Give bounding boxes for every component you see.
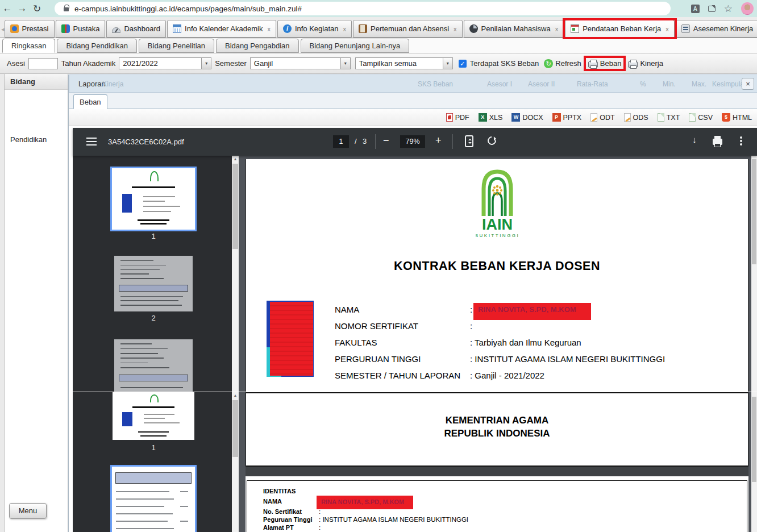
pdf-scrollbar-1[interactable] xyxy=(751,156,757,392)
scroll-up-icon[interactable]: ▲ xyxy=(232,156,239,163)
sidebar-item-pendidikan[interactable]: Pendidikan xyxy=(10,135,47,144)
ghost-column-sks-beban: SKS Beban xyxy=(418,80,453,88)
thumbnail-page-1[interactable] xyxy=(113,392,194,440)
page-number-input[interactable]: 1 xyxy=(333,135,349,148)
export-pptx-button[interactable]: PPTX xyxy=(552,113,582,122)
tab-bidang-pengabdian[interactable]: Bidang Pengabdian xyxy=(216,39,299,53)
mini-text-line xyxy=(116,506,164,507)
tab-pertemuan-dan-absensi[interactable]: Pertemuan dan Absensi x xyxy=(353,20,463,38)
tab-label: Bidang Pendidikan xyxy=(66,41,127,50)
terdapat-sks-checkbox[interactable]: ✓ xyxy=(459,60,467,68)
rotate-icon[interactable] xyxy=(486,135,498,147)
scrollbar-thumb[interactable] xyxy=(752,159,756,264)
tab-label: Bidang Pengabdian xyxy=(225,41,290,50)
tab-pendataan-beban-kerja[interactable]: Pendataan Beban Kerja x xyxy=(565,20,675,38)
ministry-line-2: REPUBLIK INDONESIA xyxy=(246,428,748,439)
tab-close-icon[interactable]: x xyxy=(343,26,347,32)
fit-to-page-icon[interactable] xyxy=(465,135,473,147)
scrollbar-thumb[interactable] xyxy=(232,164,238,249)
export-label: TXT xyxy=(667,114,680,122)
export-xls-button[interactable]: XLS xyxy=(479,113,503,122)
thumbnail-scrollbar-1[interactable]: ▲ xyxy=(232,156,239,392)
scales-icon xyxy=(681,24,690,33)
back-icon[interactable]: ← xyxy=(0,3,15,14)
thumbnail-scrollbar-2[interactable]: ▲ xyxy=(232,392,239,532)
refresh-button[interactable]: ↻ Refresh xyxy=(542,58,583,69)
download-icon[interactable]: ↓ xyxy=(690,135,699,145)
tab-pustaka[interactable]: Pustaka xyxy=(56,20,106,38)
scroll-up-icon[interactable]: ▲ xyxy=(232,392,239,399)
mini-text-line xyxy=(120,260,153,261)
beban-print-button[interactable]: Beban xyxy=(587,58,623,69)
export-pdf-button[interactable]: PDF xyxy=(446,113,469,122)
ghost-column-kinerja: Kinerja xyxy=(102,80,123,88)
print-icon[interactable] xyxy=(713,139,722,145)
pdf-page-view-1: IAIN BUKITTINGGI KONTRAK BEBAN KERJA DOS… xyxy=(239,156,751,392)
tab-close-icon[interactable]: x xyxy=(666,26,669,32)
zoom-out-button[interactable]: − xyxy=(383,135,389,147)
tab-close-icon[interactable]: x xyxy=(454,26,457,32)
export-docx-button[interactable]: DOCX xyxy=(511,113,543,122)
tab-close-icon[interactable]: x xyxy=(267,26,271,32)
thumbnail-label: 1 xyxy=(110,232,197,240)
thumbnail-page-3-partial[interactable] xyxy=(114,339,193,392)
thumbnail-page-2-selected[interactable] xyxy=(110,465,197,532)
kinerja-print-button[interactable]: Kinerja xyxy=(626,58,664,69)
scrollbar-thumb[interactable] xyxy=(232,400,238,457)
tab-close-icon[interactable]: x xyxy=(555,26,559,32)
tab-bidang-penunjang[interactable]: Bidang Penunjang Lain-nya xyxy=(301,39,410,53)
tab-bidang-penelitian[interactable]: Bidang Penelitian xyxy=(139,39,214,53)
pdf-scrollbar-2[interactable] xyxy=(751,392,757,532)
tab-bidang-pendidikan[interactable]: Bidang Pendidikan xyxy=(57,39,136,53)
tab-label: Bidang Penelitian xyxy=(148,41,205,50)
tab-info-kalender-akademik[interactable]: Info Kalender Akademik x xyxy=(167,20,276,38)
tab-dashboard[interactable]: Dashboard xyxy=(106,20,166,38)
tab-scroll-left-icon[interactable]: ◂ xyxy=(1,20,5,38)
chevron-down-icon[interactable]: ▾ xyxy=(443,58,452,69)
mini-text-line xyxy=(144,418,165,419)
mini-text-line xyxy=(180,521,189,522)
export-txt-button[interactable]: TXT xyxy=(658,113,680,122)
address-bar[interactable]: e-campus.iainbukittinggi.ac.id/ecampus/p… xyxy=(55,2,671,15)
chevron-down-icon[interactable]: ▾ xyxy=(201,58,211,69)
scrollbar-thumb[interactable] xyxy=(752,397,756,482)
tab-prestasi[interactable]: Prestasi xyxy=(5,20,55,38)
export-csv-button[interactable]: CSV xyxy=(689,113,713,122)
export-toolbar: PDF XLS DOCX PPTX ODT ODS TXT CSV HTML xyxy=(69,109,757,126)
field-label: No. Sertifikat xyxy=(263,508,302,515)
tab-label: Penilaian Mahasiswa xyxy=(481,24,551,33)
ghost-column-rata: Rata-Rata xyxy=(577,80,608,88)
menu-hamburger-icon[interactable] xyxy=(86,138,97,139)
asesi-input[interactable] xyxy=(28,58,58,69)
tab-info-kegiatan[interactable]: Info Kegiatan x xyxy=(277,20,352,38)
forward-icon[interactable]: → xyxy=(15,3,30,14)
tab-asesemen-kinerja[interactable]: Asesemen Kinerja x xyxy=(676,20,757,38)
share-icon[interactable] xyxy=(708,6,716,12)
tab-label: Ringkasan xyxy=(11,41,46,50)
screen: ← → ↻ e-campus.iainbukittinggi.ac.id/eca… xyxy=(0,0,757,532)
profile-avatar[interactable] xyxy=(741,2,754,15)
close-icon[interactable]: × xyxy=(742,78,754,90)
semester-select[interactable]: Ganjil ▾ xyxy=(250,57,351,69)
tab-ringkasan[interactable]: Ringkasan xyxy=(2,39,55,53)
chevron-down-icon[interactable]: ▾ xyxy=(340,58,350,69)
export-html-button[interactable]: HTML xyxy=(722,113,752,122)
tampilkan-select[interactable]: Tampilkan semua ▾ xyxy=(355,57,453,69)
export-ods-button[interactable]: ODS xyxy=(624,113,648,122)
more-options-icon[interactable] xyxy=(740,136,742,139)
translate-icon[interactable]: A xyxy=(691,5,700,13)
zoom-in-button[interactable]: + xyxy=(435,135,442,147)
url-text[interactable]: e-campus.iainbukittinggi.ac.id/ecampus/p… xyxy=(74,5,302,13)
thumbnail-page-1-selected[interactable] xyxy=(110,167,197,231)
zoom-level[interactable]: 79% xyxy=(400,135,425,148)
menu-button[interactable]: Menu xyxy=(9,503,47,519)
export-odt-button[interactable]: ODT xyxy=(590,113,614,122)
tab-beban-report[interactable]: Beban xyxy=(73,94,107,109)
reload-icon[interactable]: ↻ xyxy=(30,3,44,15)
bookmark-star-icon[interactable]: ☆ xyxy=(724,5,733,13)
collapsed-splitter[interactable] xyxy=(0,74,5,532)
tahun-akademik-select[interactable]: 2021/2022 ▾ xyxy=(119,57,211,69)
ods-file-icon xyxy=(624,113,631,122)
thumbnail-page-2[interactable] xyxy=(114,256,193,311)
tab-penilaian-mahasiswa[interactable]: Penilaian Mahasiswa x xyxy=(464,20,564,38)
